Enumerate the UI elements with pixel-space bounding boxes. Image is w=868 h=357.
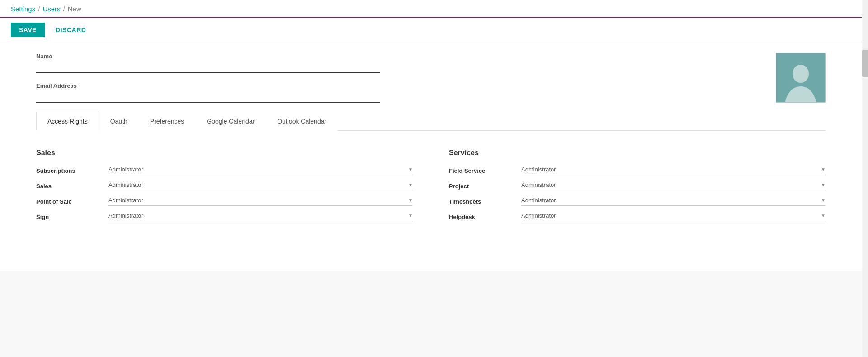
chevron-down-icon: ▼: [408, 198, 413, 203]
access-row-label: Helpdesk: [449, 214, 521, 220]
email-input[interactable]: [36, 91, 380, 103]
tab-content-access-rights: Sales Subscriptions Administrator User N…: [0, 135, 862, 271]
tabs-bar: Access Rights Oauth Preferences Google C…: [36, 112, 826, 131]
name-label: Name: [36, 53, 380, 60]
chevron-down-icon: ▼: [408, 182, 413, 187]
access-columns: Sales Subscriptions Administrator User N…: [36, 149, 826, 228]
access-select-wrapper: Administrator User None ▼: [521, 197, 826, 206]
access-row-label: Point of Sale: [36, 198, 108, 205]
avatar-silhouette: [785, 64, 816, 102]
avatar[interactable]: [776, 53, 826, 103]
tab-outlook-calendar[interactable]: Outlook Calendar: [266, 112, 338, 131]
access-select[interactable]: Administrator User None: [108, 166, 406, 173]
access-select[interactable]: Administrator User None: [521, 212, 819, 219]
tab-google-calendar[interactable]: Google Calendar: [195, 112, 266, 131]
breadcrumb-users[interactable]: Users: [42, 5, 60, 13]
access-select[interactable]: Administrator User None: [108, 212, 406, 219]
tab-preferences[interactable]: Preferences: [139, 112, 195, 131]
access-select-wrapper: Administrator User None ▼: [108, 181, 413, 190]
access-select-wrapper: Administrator User None ▼: [521, 181, 826, 190]
services-rows-container: Field Service Administrator User None ▼ …: [449, 166, 826, 221]
access-select[interactable]: Administrator User None: [521, 197, 819, 204]
chevron-down-icon: ▼: [821, 182, 826, 187]
table-row: Timesheets Administrator User None ▼: [449, 197, 826, 206]
tab-access-rights[interactable]: Access Rights: [36, 112, 99, 131]
form-section: Name Email Address: [36, 53, 380, 103]
access-row-label: Timesheets: [449, 198, 521, 205]
breadcrumb-sep2: /: [63, 5, 65, 13]
name-field-group: Name: [36, 53, 380, 73]
access-row-label: Project: [449, 183, 521, 190]
email-field-group: Email Address: [36, 82, 380, 103]
access-select-wrapper: Administrator User None ▼: [108, 166, 413, 175]
access-select[interactable]: Administrator User None: [521, 181, 819, 188]
chevron-down-icon: ▼: [408, 213, 413, 218]
table-row: Helpdesk Administrator User None ▼: [449, 212, 826, 221]
access-row-label: Field Service: [449, 167, 521, 174]
email-label: Email Address: [36, 82, 380, 89]
discard-button[interactable]: DISCARD: [50, 23, 91, 37]
access-select-wrapper: Administrator User None ▼: [521, 212, 826, 221]
tab-oauth[interactable]: Oauth: [99, 112, 139, 131]
breadcrumb-sep1: /: [38, 5, 40, 13]
scrollbar-track[interactable]: [862, 0, 868, 271]
access-select-wrapper: Administrator User None ▼: [108, 212, 413, 221]
table-row: Project Administrator User None ▼: [449, 181, 826, 190]
table-row: Sign Administrator User None ▼: [36, 212, 413, 221]
chevron-down-icon: ▼: [821, 213, 826, 218]
scrollbar-thumb[interactable]: [862, 50, 868, 77]
name-input[interactable]: [36, 62, 380, 73]
table-row: Subscriptions Administrator User None ▼: [36, 166, 413, 175]
table-row: Sales Administrator User None ▼: [36, 181, 413, 190]
access-row-label: Sales: [36, 183, 108, 190]
chevron-down-icon: ▼: [821, 198, 826, 203]
chevron-down-icon: ▼: [408, 167, 413, 172]
access-select-wrapper: Administrator User None ▼: [521, 166, 826, 175]
table-row: Field Service Administrator User None ▼: [449, 166, 826, 175]
services-section-title: Services: [449, 149, 826, 157]
svg-point-0: [793, 65, 809, 83]
breadcrumb-settings[interactable]: Settings: [11, 5, 35, 13]
access-select-wrapper: Administrator User None ▼: [108, 197, 413, 206]
services-column: Services Field Service Administrator Use…: [449, 149, 826, 228]
breadcrumb-current: New: [68, 5, 81, 13]
access-row-label: Subscriptions: [36, 167, 108, 174]
action-bar: SAVE DISCARD: [0, 18, 862, 42]
table-row: Point of Sale Administrator User None ▼: [36, 197, 413, 206]
breadcrumb: Settings / Users / New: [11, 5, 81, 13]
sales-column: Sales Subscriptions Administrator User N…: [36, 149, 413, 228]
access-row-label: Sign: [36, 214, 108, 220]
access-select[interactable]: Administrator User None: [108, 181, 406, 188]
access-select[interactable]: Administrator User None: [108, 197, 406, 204]
sales-rows-container: Subscriptions Administrator User None ▼ …: [36, 166, 413, 221]
user-form: Name Email Address Access Rights Oauth P…: [0, 42, 862, 135]
sales-section-title: Sales: [36, 149, 413, 157]
chevron-down-icon: ▼: [821, 167, 826, 172]
access-select[interactable]: Administrator User None: [521, 166, 819, 173]
save-button[interactable]: SAVE: [11, 23, 45, 37]
